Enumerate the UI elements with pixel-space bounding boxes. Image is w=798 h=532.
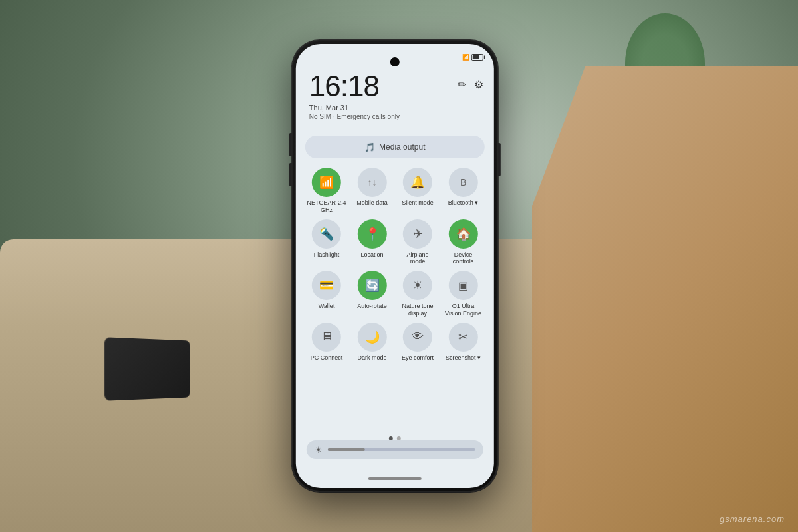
battery-icon xyxy=(471,54,483,61)
brightness-icon: ☀ xyxy=(315,445,323,455)
tile-wallet[interactable]: 💳 Wallet xyxy=(306,271,347,317)
media-output-label: Media output xyxy=(379,142,425,152)
bluetooth-icon: B xyxy=(460,177,466,188)
pc-connect-icon-circle: 🖥 xyxy=(312,323,341,352)
tile-vision-engine[interactable]: ▣ O1 UltraVision Engine xyxy=(443,271,484,317)
qs-row-2: 🔦 Flashlight 📍 Location ✈ Airplanemode xyxy=(304,219,486,266)
airplane-mode-label: Airplanemode xyxy=(407,251,429,266)
status-icons: 📶 xyxy=(462,54,483,61)
tile-auto-rotate[interactable]: 🔄 Auto-rotate xyxy=(352,271,393,317)
flashlight-icon: 🔦 xyxy=(319,227,334,241)
phone-screen: 📶 16:18 Thu, Mar 31 No SIM · Emergency c… xyxy=(296,44,494,488)
dark-mode-icon-circle: 🌙 xyxy=(358,323,387,352)
tile-mobile-data[interactable]: ↑↓ Mobile data xyxy=(352,168,393,214)
eye-comfort-icon: 👁 xyxy=(412,330,424,344)
airplane-icon: ✈ xyxy=(413,227,423,241)
bluetooth-label: Bluetooth ▾ xyxy=(448,200,479,207)
eye-comfort-icon-circle: 👁 xyxy=(403,323,432,352)
wallet-icon: 💳 xyxy=(319,278,334,293)
location-icon: 📍 xyxy=(365,227,380,241)
vol-down-button[interactable] xyxy=(289,163,292,186)
wifi-icon-circle: 📶 xyxy=(312,168,341,197)
hand xyxy=(532,66,798,532)
tile-screenshot[interactable]: ✂ Screenshot ▾ xyxy=(443,323,484,362)
clock-time: 16:18 xyxy=(309,72,400,101)
pc-connect-label: PC Connect xyxy=(311,354,343,362)
tile-device-controls[interactable]: 🏠 Devicecontrols xyxy=(443,219,484,266)
qs-row-3: 💳 Wallet 🔄 Auto-rotate ☀ Nature tonedisp… xyxy=(304,271,486,317)
nature-tone-icon: ☀ xyxy=(412,278,423,293)
dark-mode-label: Dark mode xyxy=(358,354,387,362)
tile-flashlight[interactable]: 🔦 Flashlight xyxy=(306,219,347,266)
bg-dark-box xyxy=(104,337,190,400)
wifi-label: NETGEAR-2.4GHz xyxy=(307,200,346,214)
device-controls-icon: 🏠 xyxy=(456,227,471,241)
location-icon-circle: 📍 xyxy=(358,219,387,249)
settings-icon[interactable]: ⚙ xyxy=(474,78,483,91)
tile-wifi[interactable]: 📶 NETGEAR-2.4GHz xyxy=(306,168,347,214)
power-button[interactable] xyxy=(498,143,501,176)
tile-location[interactable]: 📍 Location xyxy=(352,219,393,266)
screenshot-icon: ✂ xyxy=(458,330,468,344)
vol-up-button[interactable] xyxy=(289,133,292,156)
tile-dark-mode[interactable]: 🌙 Dark mode xyxy=(352,323,393,362)
watermark: gsmarena.com xyxy=(720,514,785,524)
phone-device: 📶 16:18 Thu, Mar 31 No SIM · Emergency c… xyxy=(292,40,498,492)
silent-mode-icon: 🔔 xyxy=(410,175,425,190)
tile-airplane-mode[interactable]: ✈ Airplanemode xyxy=(397,219,438,266)
silent-mode-label: Silent mode xyxy=(402,200,434,207)
qs-row-1: 📶 NETGEAR-2.4GHz ↑↓ Mobile data 🔔 Silent… xyxy=(304,168,486,214)
device-controls-label: Devicecontrols xyxy=(453,251,474,266)
top-right-icons: ✏ ⚙ xyxy=(458,78,483,91)
clock-area: 16:18 Thu, Mar 31 No SIM · Emergency cal… xyxy=(309,72,400,120)
auto-rotate-label: Auto-rotate xyxy=(357,303,387,310)
eye-comfort-label: Eye comfort xyxy=(402,354,434,362)
nature-tone-icon-circle: ☀ xyxy=(403,271,432,300)
airplane-icon-circle: ✈ xyxy=(403,219,432,249)
vision-engine-icon-circle: ▣ xyxy=(449,271,478,300)
wifi-icon: 📶 xyxy=(319,175,334,190)
tile-nature-tone[interactable]: ☀ Nature tonedisplay xyxy=(397,271,438,317)
pc-connect-icon: 🖥 xyxy=(321,330,332,344)
tile-bluetooth[interactable]: B Bluetooth ▾ xyxy=(443,168,484,214)
screenshot-label: Screenshot ▾ xyxy=(446,354,481,362)
tile-pc-connect[interactable]: 🖥 PC Connect xyxy=(306,323,347,362)
tile-silent-mode[interactable]: 🔔 Silent mode xyxy=(397,168,438,214)
tile-eye-comfort[interactable]: 👁 Eye comfort xyxy=(397,323,438,362)
wallet-label: Wallet xyxy=(319,303,335,310)
wifi-status-icon: 📶 xyxy=(462,54,469,61)
vision-engine-icon: ▣ xyxy=(458,279,468,292)
sim-status: No SIM · Emergency calls only xyxy=(309,113,400,120)
media-output-bar[interactable]: 🎵 Media output xyxy=(305,136,485,158)
vision-engine-label: O1 UltraVision Engine xyxy=(445,303,481,317)
device-controls-icon-circle: 🏠 xyxy=(449,219,478,249)
flashlight-icon-circle: 🔦 xyxy=(312,219,341,249)
brightness-fill xyxy=(328,448,365,451)
screenshot-icon-circle: ✂ xyxy=(449,323,478,352)
flashlight-label: Flashlight xyxy=(314,251,340,259)
location-label: Location xyxy=(361,251,384,259)
wallet-icon-circle: 💳 xyxy=(312,271,341,300)
auto-rotate-icon: 🔄 xyxy=(365,278,380,293)
bluetooth-icon-circle: B xyxy=(449,168,478,197)
brightness-bar[interactable]: ☀ xyxy=(307,440,483,459)
edit-icon[interactable]: ✏ xyxy=(458,78,466,91)
mobile-data-icon: ↑↓ xyxy=(368,177,377,188)
nav-bar-indicator xyxy=(368,477,422,480)
media-music-icon: 🎵 xyxy=(364,142,375,152)
front-camera xyxy=(390,57,400,66)
brightness-track[interactable] xyxy=(328,448,475,451)
nature-tone-label: Nature tonedisplay xyxy=(402,303,434,317)
clock-date: Thu, Mar 31 xyxy=(309,104,400,112)
dark-mode-icon: 🌙 xyxy=(365,330,380,344)
mobile-data-icon-circle: ↑↓ xyxy=(358,168,387,197)
auto-rotate-icon-circle: 🔄 xyxy=(358,271,387,300)
qs-row-4: 🖥 PC Connect 🌙 Dark mode 👁 Eye comfort xyxy=(304,323,486,362)
battery-fill xyxy=(473,55,479,59)
mobile-data-label: Mobile data xyxy=(356,200,388,207)
silent-mode-icon-circle: 🔔 xyxy=(403,168,432,197)
quick-settings-grid: 📶 NETGEAR-2.4GHz ↑↓ Mobile data 🔔 Silent… xyxy=(304,168,486,367)
